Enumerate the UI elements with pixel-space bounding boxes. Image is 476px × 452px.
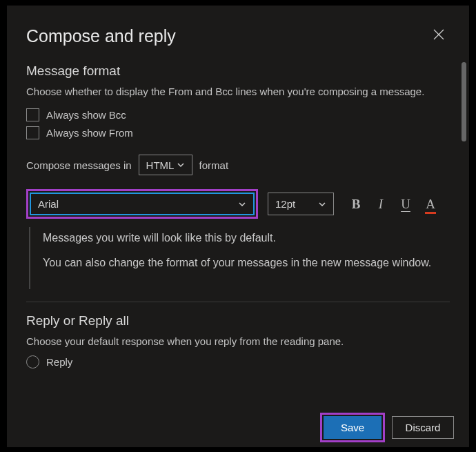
reply-section-title: Reply or Reply all	[26, 313, 450, 328]
checkbox-icon	[26, 108, 39, 121]
bcc-label: Always show Bcc	[46, 109, 126, 121]
from-label: Always show From	[46, 127, 133, 139]
preview-line-1: Messages you write will look like this b…	[43, 230, 450, 246]
discard-button[interactable]: Discard	[392, 416, 454, 439]
save-button-highlight: Save	[320, 413, 385, 442]
close-icon	[433, 29, 444, 43]
reply-section-description: Choose your default response when you re…	[26, 334, 450, 348]
underline-button[interactable]: U	[399, 197, 413, 212]
compose-format-value: HTML	[146, 159, 175, 171]
section-divider	[26, 302, 450, 302]
bold-button[interactable]: B	[349, 197, 363, 212]
text-format-buttons: B I U A	[349, 197, 437, 212]
panel-footer: Save Discard	[7, 407, 469, 447]
settings-panel: Compose and reply Message format Choose …	[7, 6, 469, 447]
italic-button[interactable]: I	[374, 197, 388, 212]
scrollbar-track[interactable]	[462, 62, 467, 407]
preview-line-2: You can also change the format of your m…	[43, 255, 450, 271]
panel-header: Compose and reply	[7, 6, 469, 55]
font-format-row: Arial 12pt B I U A	[26, 189, 450, 219]
reply-option-label: Reply	[46, 356, 72, 368]
compose-prefix: Compose messages in	[26, 159, 132, 171]
scrollbar-thumb[interactable]	[462, 62, 466, 141]
compose-format-row: Compose messages in HTML format	[26, 155, 450, 175]
always-show-from-checkbox[interactable]: Always show From	[26, 126, 450, 139]
font-size-dropdown[interactable]: 12pt	[268, 193, 334, 215]
message-format-title: Message format	[26, 63, 450, 79]
compose-format-dropdown[interactable]: HTML	[139, 155, 192, 175]
scroll-area[interactable]: Message format Choose whether to display…	[7, 55, 469, 404]
always-show-bcc-checkbox[interactable]: Always show Bcc	[26, 108, 450, 121]
close-button[interactable]	[428, 25, 450, 47]
font-preview-box: Messages you write will look like this b…	[29, 227, 450, 289]
font-size-value: 12pt	[275, 198, 295, 210]
message-format-description: Choose whether to display the From and B…	[26, 84, 450, 99]
font-family-value: Arial	[38, 198, 59, 210]
font-family-dropdown[interactable]: Arial	[30, 193, 255, 215]
radio-icon	[26, 355, 39, 369]
compose-suffix: format	[199, 159, 229, 171]
font-dropdown-highlight: Arial	[26, 189, 258, 219]
reply-option-radio[interactable]: Reply	[26, 355, 450, 369]
save-button[interactable]: Save	[324, 416, 381, 439]
chevron-down-icon	[238, 200, 246, 208]
checkbox-icon	[26, 126, 39, 139]
chevron-down-icon	[177, 161, 185, 169]
chevron-down-icon	[318, 200, 326, 208]
font-color-button[interactable]: A	[424, 197, 437, 212]
panel-title: Compose and reply	[26, 26, 176, 46]
